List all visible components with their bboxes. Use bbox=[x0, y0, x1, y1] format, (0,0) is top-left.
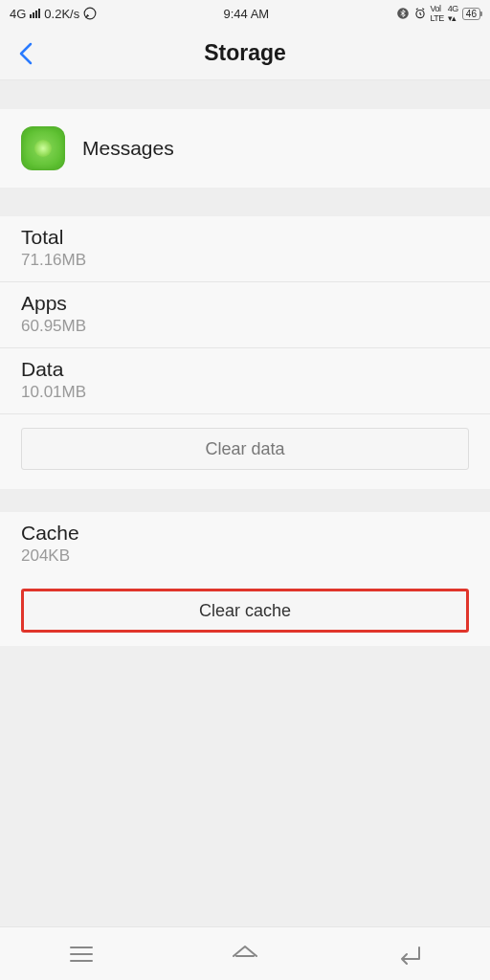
app-header: Storage bbox=[0, 27, 490, 80]
total-value: 71.16MB bbox=[21, 251, 469, 270]
clear-cache-row: Clear cache bbox=[0, 577, 490, 646]
data-label: Data bbox=[21, 358, 469, 381]
status-right: VolLTE 4G▾▴ 46 bbox=[396, 4, 480, 23]
status-time: 9:44 AM bbox=[224, 7, 270, 21]
section-gap bbox=[0, 489, 490, 512]
back-button[interactable] bbox=[0, 27, 54, 80]
signal-icon bbox=[30, 9, 40, 18]
home-button[interactable] bbox=[231, 940, 259, 969]
cache-value: 204KB bbox=[21, 546, 469, 566]
battery-indicator: 46 bbox=[462, 8, 480, 20]
bluetooth-icon bbox=[396, 7, 410, 20]
home-icon bbox=[231, 943, 259, 966]
app-name: Messages bbox=[82, 137, 174, 160]
apps-value: 60.95MB bbox=[21, 317, 469, 336]
android-back-button[interactable] bbox=[394, 940, 423, 969]
status-left: 4G 0.2K/s bbox=[10, 7, 97, 21]
4g-indicator: 4G▾▴ bbox=[448, 4, 458, 23]
cache-label: Cache bbox=[21, 522, 469, 545]
status-bar: 4G 0.2K/s 9:44 AM VolLTE 4G▾▴ 46 bbox=[0, 0, 490, 27]
navigation-bar bbox=[0, 926, 490, 980]
back-icon bbox=[394, 944, 423, 965]
data-value: 10.01MB bbox=[21, 383, 469, 402]
whatsapp-icon bbox=[83, 7, 97, 20]
cache-row: Cache 204KB bbox=[0, 512, 490, 577]
clear-data-button[interactable]: Clear data bbox=[21, 428, 469, 470]
alarm-icon bbox=[413, 7, 427, 20]
messages-app-icon bbox=[21, 126, 65, 170]
clear-cache-button[interactable]: Clear cache bbox=[21, 589, 469, 633]
data-row: Data 10.01MB bbox=[0, 348, 490, 414]
clear-data-row: Clear data bbox=[0, 414, 490, 489]
app-info-row[interactable]: Messages bbox=[0, 109, 490, 188]
network-speed: 0.2K/s bbox=[44, 7, 79, 21]
total-row: Total 71.16MB bbox=[0, 216, 490, 282]
apps-row: Apps 60.95MB bbox=[0, 282, 490, 348]
recent-apps-button[interactable] bbox=[67, 940, 96, 969]
empty-space bbox=[0, 646, 490, 926]
chevron-left-icon bbox=[17, 41, 36, 66]
network-type: 4G bbox=[10, 7, 26, 21]
menu-icon bbox=[69, 945, 94, 964]
apps-label: Apps bbox=[21, 292, 469, 315]
section-gap bbox=[0, 80, 490, 109]
total-label: Total bbox=[21, 226, 469, 249]
page-title: Storage bbox=[0, 40, 490, 66]
section-gap bbox=[0, 188, 490, 216]
volte-indicator: VolLTE bbox=[431, 4, 444, 23]
